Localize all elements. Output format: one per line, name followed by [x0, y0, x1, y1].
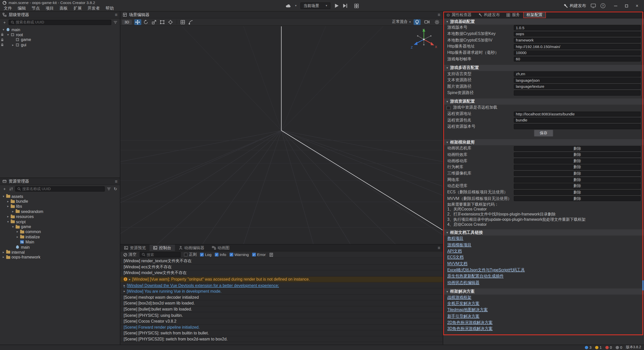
tab-animation-graph[interactable]: 动画图 — [208, 245, 233, 251]
menu-item[interactable]: 面板 — [57, 5, 71, 11]
expand-arrow-icon[interactable] — [2, 28, 6, 31]
delete-module-button[interactable]: 删除 — [514, 177, 640, 182]
expand-arrow-icon[interactable] — [2, 255, 6, 259]
console-filter-checkbox[interactable]: Warning — [229, 252, 249, 257]
tab-asset-preview[interactable]: 资源预览 — [120, 245, 149, 251]
doc-link[interactable]: Excel格式转Json文件与TypeScript代码工具 — [447, 268, 525, 273]
step-button[interactable] — [343, 4, 348, 8]
scene-viewport[interactable]: Y X Z — [120, 26, 443, 244]
expand-arrow-icon[interactable] — [6, 204, 10, 208]
shading-mode-dropdown[interactable]: 正常混合 ▾ — [392, 19, 411, 25]
light-toggle-button[interactable] — [414, 19, 421, 25]
minimize-button[interactable] — [613, 3, 618, 8]
hierarchy-node-row[interactable]: root — [0, 32, 120, 37]
console-menu-icon[interactable]: ≡ — [438, 246, 440, 250]
log-row[interactable]: ! ▸ [Scene] [PHYSICS2D]: switch from box… — [120, 336, 443, 342]
expand-arrow-icon[interactable] — [6, 220, 10, 224]
mode-3d-button[interactable]: 3D — [122, 20, 132, 25]
console-filter-checkbox[interactable]: Info — [215, 252, 226, 257]
expand-arrow-icon[interactable] — [6, 33, 10, 37]
scene-menu-icon[interactable]: ≡ — [438, 13, 440, 17]
expand-arrow-icon[interactable] — [6, 199, 10, 203]
hierarchy-node-row[interactable]: game — [0, 37, 120, 42]
menu-item[interactable]: 文件 — [1, 5, 15, 11]
sort-icon[interactable] — [9, 187, 14, 191]
delete-module-button[interactable]: 删除 — [514, 152, 640, 157]
expand-arrow-icon[interactable] — [16, 230, 19, 234]
tab-animation-editor[interactable]: 动画编辑器 — [175, 245, 208, 251]
log-row[interactable]: ! ▸ [Scene] [PHYSICS]: using builtin. — [120, 312, 443, 318]
maximize-button[interactable] — [624, 3, 629, 8]
clear-console-button[interactable]: 清空 — [123, 252, 136, 257]
doc-link[interactable]: 动画状态机编辑器 — [447, 280, 479, 285]
hierarchy-node-row[interactable]: main — [0, 27, 120, 32]
rotate-tool-button[interactable] — [142, 19, 149, 25]
console-filter-checkbox[interactable]: Error — [252, 252, 266, 257]
save-button[interactable]: 保存 — [534, 130, 553, 137]
delete-module-button[interactable]: 删除 — [514, 184, 640, 189]
section-doc-links[interactable]: ▾ 框架文档工具链接 — [443, 230, 644, 236]
solution-link[interactable]: 全栈开发解决方案 — [447, 301, 479, 307]
hierarchy-menu-icon[interactable]: ≡ — [115, 13, 117, 17]
status-warning-count[interactable]: 1 — [595, 345, 602, 349]
log-row[interactable]: ! ▸ [Window] render_texture文件夹不存在 — [120, 258, 443, 265]
rotate-snap-icon[interactable] — [187, 19, 194, 25]
grid-snap-icon[interactable] — [179, 19, 186, 25]
asset-node-row[interactable]: bundle — [0, 199, 120, 204]
property-input[interactable] — [514, 38, 640, 43]
section-i18n-config[interactable]: ▾ 游戏多语言配置 — [443, 65, 644, 71]
menu-item[interactable]: 编辑 — [15, 5, 29, 11]
doc-link[interactable]: 教程项目 — [447, 236, 463, 241]
tab-framework-config[interactable]: 框架配置 — [523, 12, 546, 18]
scrollbar-thumb[interactable] — [642, 280, 643, 291]
asset-node-row[interactable]: oops-framework — [0, 255, 120, 260]
log-row[interactable]: ! ▸ [Scene] [PHYSICS]: switch from built… — [120, 330, 443, 336]
section-module-trim[interactable]: ▾ 框架模块裁剪 — [443, 139, 644, 145]
asset-node-row[interactable]: Main — [0, 239, 120, 244]
close-button[interactable]: × — [634, 3, 639, 8]
tab-services[interactable]: 服务 — [503, 12, 523, 18]
asset-node-row[interactable]: initialize — [0, 234, 120, 239]
hierarchy-search-input[interactable] — [16, 20, 109, 24]
hierarchy-node-row[interactable]: gui — [0, 42, 120, 47]
log-row[interactable]: ! ▸ [Scene] [box2d]:box2d wasm lib loade… — [120, 300, 443, 307]
section-resource-config[interactable]: ▾ 游戏资源配置 — [443, 99, 644, 105]
doc-link[interactable]: 原生包热更新配置自动生成插件 — [447, 274, 504, 279]
solution-link[interactable]: 3D角色扮演游戏解决方案 — [447, 326, 493, 332]
remote-load-checkbox[interactable] — [447, 106, 451, 110]
log-row[interactable]: ! ▸ [Window] You are running Vue in deve… — [120, 288, 443, 294]
delete-module-button[interactable]: 删除 — [514, 158, 640, 163]
camera-icon[interactable] — [423, 19, 430, 25]
move-tool-button[interactable] — [134, 19, 141, 25]
layout-grid-icon[interactable] — [354, 4, 359, 8]
doc-link[interactable]: MVVM文档 — [447, 261, 467, 267]
asset-node-row[interactable]: main — [0, 244, 120, 249]
property-input[interactable] — [514, 90, 640, 95]
tab-property-inspector[interactable]: ⊙ 属性检查器 — [443, 12, 475, 18]
assets-menu-icon[interactable]: ≡ — [115, 179, 117, 183]
status-info-count[interactable]: 3 — [585, 345, 591, 349]
log-row[interactable]: ! ▸ [Window] [Vue warn]: Property "onInp… — [120, 277, 443, 283]
expand-arrow-icon[interactable] — [2, 194, 6, 198]
scene-select-dropdown[interactable]: 当前场景 ▾ — [300, 3, 330, 9]
console-filter-checkbox[interactable]: 正则 — [184, 252, 197, 257]
asset-node-row[interactable]: script — [0, 219, 120, 224]
delete-module-button[interactable]: 删除 — [514, 196, 640, 201]
asset-node-row[interactable]: seedrandom — [0, 209, 120, 214]
menu-item[interactable]: 节点 — [29, 5, 43, 11]
property-input[interactable] — [514, 118, 640, 123]
solution-link[interactable]: 战棋游戏框架 — [447, 295, 471, 300]
menu-item[interactable]: 项目 — [43, 5, 57, 11]
log-row[interactable]: ! ▸ [Scene] Cocos Creator v3.8.2 — [120, 318, 443, 324]
delete-module-button[interactable]: 删除 — [514, 171, 640, 176]
doc-link[interactable]: API文档 — [447, 249, 462, 254]
menu-item[interactable]: 扩展 — [71, 5, 85, 11]
log-row[interactable]: ! ▸ [Scene] meshopt wasm decoder initial… — [120, 294, 443, 300]
export-log-icon[interactable] — [269, 252, 274, 256]
expand-arrow-icon[interactable]: ▸ — [124, 283, 125, 287]
rect-tool-button[interactable] — [159, 19, 166, 25]
expand-arrow-icon[interactable] — [11, 210, 15, 213]
property-input[interactable] — [514, 50, 640, 55]
delete-module-button[interactable]: 删除 — [514, 190, 640, 195]
menu-item[interactable]: 帮助 — [103, 5, 117, 11]
